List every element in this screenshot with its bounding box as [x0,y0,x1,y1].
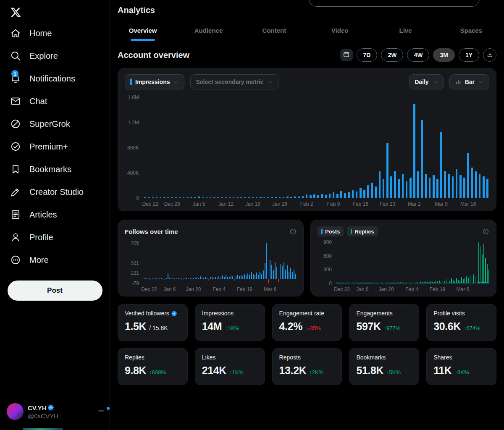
account-switcher[interactable]: CV.YH @0xCVYH [7,403,105,420]
info-icon[interactable] [482,228,489,235]
bar-follows [226,275,226,279]
bar-follows [292,272,293,279]
sidebar-item-home[interactable]: Home [7,22,103,45]
range-pill-2w[interactable]: 2W [381,48,403,62]
x-logo-icon[interactable] [8,5,23,19]
replies-accent [351,229,352,234]
secondary-metric-dropdown[interactable]: Select secondary metric [190,74,278,89]
calendar-icon [343,51,350,59]
range-pill-1y[interactable]: 1Y [459,48,479,62]
bar-follows [193,278,194,279]
posts-replies-chart[interactable]: 9006003000Dec 22Jan 6Jan 20Feb 4Feb 19Ma… [318,240,489,293]
sidebar-item-chat[interactable]: Chat [7,90,103,113]
stat-card-engagement-rate[interactable]: Engagement rate4.2%↓-35% [272,304,342,341]
y-axis-label: 121 [131,270,139,276]
sidebar-item-notifications[interactable]: 1Notifications [7,67,103,90]
chart-column [386,94,389,198]
chart-column [178,94,181,198]
chart-column [336,94,339,198]
chart-column [451,94,454,198]
follows-chart[interactable]: 705321121-79Dec 22Jan 6Jan 20Feb 4Feb 19… [125,240,297,293]
sidebar-item-explore[interactable]: Explore [7,45,103,67]
bar-impressions [483,176,485,198]
notification-badge: 1 [11,70,18,77]
bar-impressions [436,179,438,198]
bar-follows [246,275,247,279]
tab-video[interactable]: Video [307,20,373,41]
sidebar-item-more[interactable]: More [7,249,103,271]
bar-follows [157,278,158,279]
follows-chart-card: Follows over time 705321121-79Dec 22Jan … [118,220,304,296]
bar-impressions [317,195,319,198]
range-pill-3m[interactable]: 3M [433,48,454,62]
bar-follows [213,278,214,280]
chart-column [328,94,331,198]
tab-spaces[interactable]: Spaces [438,20,504,41]
stat-card-likes[interactable]: Likes214K↑1K% [195,348,265,385]
bar-follows [273,270,274,279]
chart-column [428,94,432,198]
chart-column [274,94,278,198]
chart-column [293,94,297,198]
impressions-chart[interactable]: 1.6M1.2M800K400K0Dec 22Dec 29Jan 5Jan 12… [125,94,489,207]
chart-column [474,94,478,198]
stat-card-profile-visits[interactable]: Profile visits30.6K↑674% [426,304,496,341]
chart-column [216,94,220,198]
interval-dropdown[interactable]: Daily [409,74,443,89]
document-icon [10,209,21,220]
chart-column [189,94,193,198]
search-bar[interactable] [309,0,480,7]
bar-impressions [429,178,431,198]
range-pill-4w[interactable]: 4W [407,48,429,62]
download-button[interactable] [483,48,496,62]
bar-follows [152,278,153,280]
stat-card-engagements[interactable]: Engagements597K↑977% [349,304,419,341]
sidebar-item-bookmarks[interactable]: Bookmarks [7,158,103,181]
chart-type-dropdown[interactable]: Bar [449,74,489,89]
primary-metric-dropdown[interactable]: Impressions [125,74,184,89]
stat-value: 9.8K [125,364,146,377]
sidebar-item-creator-studio[interactable]: Creator Studio [7,181,103,203]
bar-follows [232,276,233,279]
sidebar-item-articles[interactable]: Articles [7,203,103,226]
tab-content[interactable]: Content [242,20,307,41]
sidebar-item-label: Chat [29,97,47,106]
stat-card-impressions[interactable]: Impressions14M↑1K% [195,304,265,341]
sidebar-item-profile[interactable]: Profile [7,226,103,249]
sidebar-item-premium[interactable]: Premium+ [7,135,103,158]
bar-impressions [402,174,404,198]
post-button[interactable]: Post [8,281,102,301]
bar-follows [186,278,187,279]
x-axis-label: Jan 6 [356,286,368,292]
account-more-icon[interactable] [96,407,105,416]
sidebar-item-label: Articles [29,210,57,220]
bar-follows [261,274,262,280]
stat-card-bookmarks[interactable]: Bookmarks51.8K↑5K% [349,348,419,385]
legend-posts[interactable]: Posts [318,226,344,236]
stat-card-replies[interactable]: Replies9.8K↑608% [118,348,188,385]
legend-replies[interactable]: Replies [347,226,378,236]
chart-column [278,94,281,198]
chart-column [309,94,312,198]
range-pill-7d[interactable]: 7D [357,48,378,62]
y-axis-label: 900 [323,239,332,245]
tab-audience[interactable]: Audience [176,20,241,41]
sidebar-item-supergrok[interactable]: SuperGrok [7,113,103,135]
sidebar-item-label: Home [29,29,52,38]
bar-follows [212,277,213,280]
info-icon[interactable] [289,228,297,235]
bar-follows [147,278,148,279]
calendar-button[interactable] [340,49,353,61]
bar-impressions [421,120,423,198]
range-controls: 7D2W4W3M1Y [340,48,496,62]
tab-overview[interactable]: Overview [110,20,176,41]
stat-card-verified-followers[interactable]: Verified followers1.5K/ 15.6K [118,304,188,341]
stat-card-shares[interactable]: Shares11K↑8K% [426,348,496,385]
tab-live[interactable]: Live [373,20,438,41]
sidebar-item-label: Notifications [29,74,75,84]
chart-column [239,94,243,198]
verified-badge-icon [171,310,177,317]
bar-impressions [340,191,342,198]
stat-card-reposts[interactable]: Reposts13.2K↑2K% [272,348,342,385]
chart-column [251,94,255,198]
